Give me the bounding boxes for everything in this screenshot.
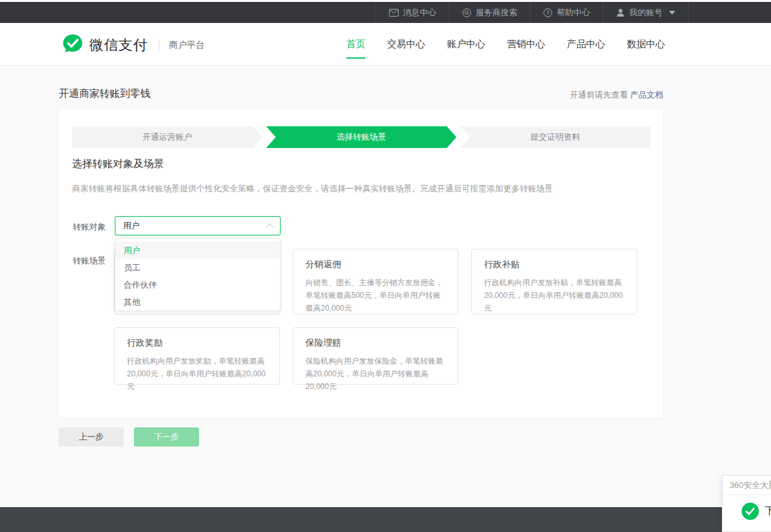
wechat-pay-logo-icon <box>62 33 84 57</box>
scene-card-distribution-commission[interactable]: 分销返佣 向销售、团长、主播等分销方发放佣金，单笔转账最高500元，单日向单用户… <box>293 249 459 314</box>
nav-item-data-center[interactable]: 数据中心 <box>627 38 665 50</box>
brand-divider <box>159 40 159 51</box>
topbar-item-label: 服务商搜索 <box>476 7 517 18</box>
user-icon <box>616 8 625 17</box>
nav-item-home[interactable]: 首页 <box>346 38 365 50</box>
step-submit-proof: 提交证明资料 <box>460 126 650 148</box>
scene-card-description: 保险机构向用户发放保险金，单笔转账最高20,000元，单日向单用户转账最高20,… <box>305 355 446 393</box>
site-header: 微信支付 商户平台 首页 交易中心 账户中心 营销中心 产品中心 数据中心 <box>0 23 771 66</box>
nav-item-marketing-center[interactable]: 营销中心 <box>507 38 545 50</box>
step-choose-scene: 选择转账场景 <box>266 126 456 148</box>
section-title: 选择转账对象及场景 <box>72 158 164 171</box>
topbar-item-messages[interactable]: 消息中心 <box>376 2 449 23</box>
scene-card-description: 行政机构向用户发放奖励，单笔转账最高20,000元，单日向单用户转账最高20,0… <box>127 355 267 393</box>
nav-item-account-center[interactable]: 账户中心 <box>447 38 485 50</box>
scene-card-title: 行政补贴 <box>484 259 624 270</box>
transfer-target-dropdown: 用户 员工 合作伙伴 其他 <box>115 238 281 311</box>
option-other[interactable]: 其他 <box>115 293 280 311</box>
nav-item-trade-center[interactable]: 交易中心 <box>387 38 425 50</box>
section-description: 商家转账将根据具体转账场景提供个性化安全策略，保证资金安全，请选择一种真实转账场… <box>72 183 553 195</box>
option-user[interactable]: 用户 <box>115 242 280 259</box>
mail-icon <box>389 9 399 17</box>
chevron-down-icon <box>669 11 675 15</box>
topbar-item-service-search[interactable]: 服务商搜索 <box>449 2 530 23</box>
nav-item-product-center[interactable]: 产品中心 <box>567 38 605 50</box>
doc-hint: 开通前请先查看 产品文档 <box>569 89 663 101</box>
search-icon <box>462 8 471 17</box>
next-step-button[interactable]: 下一步 <box>134 427 199 447</box>
scene-card-admin-reward[interactable]: 行政奖励 行政机构向用户发放奖励，单笔转账最高20,000元，单日向单用户转账最… <box>114 327 280 385</box>
svg-text:?: ? <box>546 10 549 16</box>
page-footer <box>0 507 771 532</box>
topbar-item-label: 消息中心 <box>403 7 436 18</box>
transfer-scene-label: 转账场景 <box>73 255 106 267</box>
security-popup-title: 360安全大脑 <box>723 476 771 495</box>
scene-card-insurance-claim[interactable]: 保险理赔 保险机构向用户发放保险金，单笔转账最高20,000元，单日向单用户转账… <box>293 327 459 385</box>
brand[interactable]: 微信支付 商户平台 <box>62 33 205 57</box>
page-title: 开通商家转账到零钱 <box>59 87 151 101</box>
option-employee[interactable]: 员工 <box>115 259 280 276</box>
chevron-up-icon <box>266 223 273 230</box>
transfer-target-label: 转账对象 <box>73 221 106 233</box>
topbar-item-label: 帮助中心 <box>557 7 590 18</box>
doc-hint-text: 开通前请先查看 <box>569 90 630 100</box>
product-doc-link[interactable]: 产品文档 <box>630 90 663 100</box>
prev-step-button[interactable]: 上一步 <box>59 427 124 447</box>
topbar-item-label: 我的账号 <box>629 7 663 18</box>
main-nav: 首页 交易中心 账户中心 营销中心 产品中心 数据中心 <box>346 23 665 65</box>
help-icon: ? <box>543 8 552 17</box>
scene-card-description: 行政机构向用户发放补贴，单笔转账最高20,000元，单日向单用户转账最高20,0… <box>484 276 624 314</box>
step-open-account: 开通运营账户 <box>72 126 262 148</box>
topbar-item-help[interactable]: ? 帮助中心 <box>530 2 603 23</box>
step-indicator: 开通运营账户 选择转账场景 提交证明资料 <box>72 126 650 148</box>
scene-card-title: 分销返佣 <box>305 259 446 270</box>
brand-subtitle: 商户平台 <box>169 40 205 51</box>
security-popup-message: 下 <box>765 505 771 518</box>
security-popup-body: 下 <box>742 503 771 520</box>
option-partner[interactable]: 合作伙伴 <box>115 276 280 293</box>
security-popup[interactable]: 360安全大脑 下 <box>722 475 771 532</box>
brand-name: 微信支付 <box>89 36 148 55</box>
utility-topbar: 消息中心 服务商搜索 ? 帮助中心 我的账号 <box>0 2 771 23</box>
scene-card-admin-subsidy[interactable]: 行政补贴 行政机构向用户发放补贴，单笔转账最高20,000元，单日向单用户转账最… <box>471 249 637 314</box>
scene-card-description: 向销售、团长、主播等分销方发放佣金，单笔转账最高500元，单日向单用户转账最高2… <box>305 276 446 314</box>
scene-card-title: 行政奖励 <box>127 337 267 349</box>
transfer-target-select[interactable]: 用户 <box>115 216 281 235</box>
topbar-item-account[interactable]: 我的账号 <box>603 2 689 23</box>
scene-card-title: 保险理赔 <box>305 337 446 349</box>
main-panel: 开通运营账户 选择转账场景 提交证明资料 选择转账对象及场景 商家转账将根据具体… <box>59 108 663 418</box>
select-value: 用户 <box>123 220 267 232</box>
check-icon <box>742 503 759 520</box>
